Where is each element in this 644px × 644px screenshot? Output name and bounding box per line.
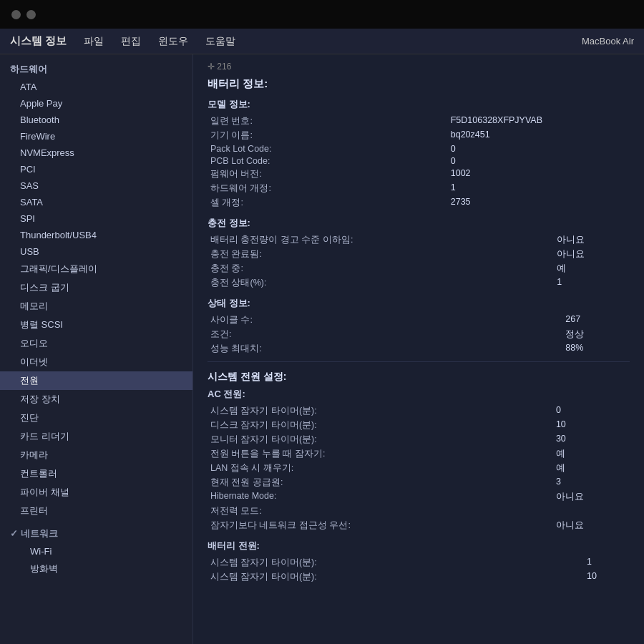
sidebar-item-memory[interactable]: 메모리 — [0, 297, 192, 316]
table-row: 시스템 잠자기 타이머(분):0 — [208, 404, 630, 418]
sidebar-item-wifi[interactable]: Wi-Fi — [0, 543, 192, 560]
sidebar-item-spi[interactable]: SPI — [0, 210, 192, 227]
battery-power-label: 배터리 전원: — [208, 540, 630, 552]
network-label: 네트워크 — [21, 528, 58, 539]
sidebar-item-sata[interactable]: SATA — [0, 194, 192, 210]
sidebar-item-power[interactable]: 전원 — [0, 371, 192, 390]
model-info-table: 일련 번호:F5D106328XFPJYVAB기기 이름:bq20z451Pac… — [208, 114, 630, 210]
table-row: Hibernate Mode:아니요 — [208, 489, 630, 504]
table-row: 시스템 잠자기 타이머(분):10 — [208, 570, 630, 584]
sidebar-item-graphics[interactable]: 그래픽/디스플레이 — [0, 260, 192, 278]
table-row: 조건:정상 — [208, 327, 630, 341]
scroll-indicator: ✛ 216 — [208, 62, 630, 72]
sidebar-item-controller[interactable]: 컨트롤러 — [0, 464, 192, 483]
table-row: 충전 상태(%):1 — [208, 275, 630, 290]
sidebar-item-printer[interactable]: 프린터 — [0, 502, 192, 520]
sidebar-item-ethernet[interactable]: 이더넷 — [0, 353, 192, 371]
table-row: 하드웨어 개정:1 — [208, 181, 630, 195]
table-row: 셀 개정:2735 — [208, 195, 630, 210]
menu-bar: 시스템 정보 파일 편집 윈도우 도움말 MacBook Air — [0, 29, 644, 54]
sidebar-network-toggle[interactable]: ✓ 네트워크 — [0, 525, 192, 543]
power-settings-title: 시스템 전원 설정: — [208, 371, 630, 384]
status-info-title: 상태 정보: — [208, 297, 630, 310]
ac-fields-table: 시스템 잠자기 타이머(분):0디스크 잠자기 타이머(분):10모니터 잠자기… — [208, 404, 630, 532]
charge-info-title: 충전 정보: — [208, 217, 630, 230]
sidebar-item-ata[interactable]: ATA — [0, 79, 192, 95]
sidebar-item-card-reader[interactable]: 카드 리더기 — [0, 427, 192, 446]
sidebar-item-thunderbolt[interactable]: Thunderbolt/USB4 — [0, 227, 192, 243]
sidebar-item-nvmexpress[interactable]: NVMExpress — [0, 145, 192, 161]
table-row: 충전 중:예 — [208, 261, 630, 275]
table-row: 배터리 충전량이 경고 수준 이하임:아니요 — [208, 233, 630, 247]
window-dot-1[interactable] — [11, 10, 21, 19]
battery-info-title: 배터리 정보: — [208, 77, 630, 91]
sidebar-item-fiber[interactable]: 파이버 채널 — [0, 483, 192, 502]
sidebar-category-hardware: 하드웨어 — [0, 59, 192, 79]
sidebar-item-sas[interactable]: SAS — [0, 177, 192, 194]
sidebar-item-firewire[interactable]: FireWire — [0, 128, 192, 145]
divider-1 — [208, 361, 630, 362]
menu-file[interactable]: 파일 — [84, 35, 104, 48]
sidebar-item-diagnostics[interactable]: 진단 — [0, 409, 192, 427]
menu-system-info[interactable]: 시스템 정보 — [10, 34, 67, 48]
ac-label: AC 전원: — [208, 388, 630, 401]
charge-info-table: 배터리 충전량이 경고 수준 이하임:아니요충전 완료됨:아니요충전 중:예충전… — [208, 233, 630, 290]
table-row: 저전력 모드: — [208, 504, 630, 518]
menu-help[interactable]: 도움말 — [205, 35, 235, 48]
sidebar-item-pci[interactable]: PCI — [0, 161, 192, 177]
window-title: MacBook Air — [582, 36, 634, 47]
table-row: 일련 번호:F5D106328XFPJYVAB — [208, 114, 630, 128]
table-row: 디스크 잠자기 타이머(분):10 — [208, 418, 630, 432]
status-info-table: 사이클 수:267조건:정상성능 최대치:88% — [208, 313, 630, 356]
table-row: 모니터 잠자기 타이머(분):30 — [208, 432, 630, 447]
model-info-title: 모델 정보: — [208, 98, 630, 111]
sidebar-item-parallel-scsi[interactable]: 병렬 SCSI — [0, 316, 192, 334]
main-container: 하드웨어 ATA Apple Pay Bluetooth FireWire NV… — [0, 54, 644, 644]
table-row: 기기 이름:bq20z451 — [208, 128, 630, 142]
table-row: 펌웨어 버전:1002 — [208, 167, 630, 181]
sidebar-item-usb[interactable]: USB — [0, 243, 192, 260]
window-dot-2[interactable] — [26, 10, 36, 19]
table-row: PCB Lot Code:0 — [208, 155, 630, 167]
sidebar-item-camera[interactable]: 카메라 — [0, 446, 192, 464]
table-row: 사이클 수:267 — [208, 313, 630, 327]
window-controls — [11, 10, 36, 19]
table-row: 시스템 잠자기 타이머(분):1 — [208, 555, 630, 570]
table-row: 잠자기보다 네트워크 접근성 우선:아니요 — [208, 518, 630, 532]
battery-power-table: 시스템 잠자기 타이머(분):1시스템 잠자기 타이머(분):10 — [208, 555, 630, 584]
table-row: 충전 완료됨:아니요 — [208, 247, 630, 261]
sidebar-item-bluetooth[interactable]: Bluetooth — [0, 112, 192, 128]
top-bar — [0, 0, 644, 29]
sidebar-item-firewall[interactable]: 방화벽 — [0, 560, 192, 578]
sidebar-item-storage[interactable]: 저장 장치 — [0, 390, 192, 409]
sidebar: 하드웨어 ATA Apple Pay Bluetooth FireWire NV… — [0, 54, 193, 644]
content-panel: ✛ 216 배터리 정보: 모델 정보: 일련 번호:F5D106328XFPJ… — [193, 54, 644, 644]
menu-window[interactable]: 윈도우 — [158, 35, 188, 48]
table-row: 성능 최대치:88% — [208, 341, 630, 356]
table-row: Pack Lot Code:0 — [208, 142, 630, 155]
menu-edit[interactable]: 편집 — [121, 35, 141, 48]
table-row: LAN 접속 시 깨우기:예 — [208, 461, 630, 475]
sidebar-item-applepay[interactable]: Apple Pay — [0, 95, 192, 112]
scroll-value: 216 — [217, 62, 231, 72]
table-row: 전원 버튼을 누를 때 잠자기:예 — [208, 447, 630, 461]
sidebar-item-disc[interactable]: 디스크 굽기 — [0, 278, 192, 297]
sidebar-item-audio[interactable]: 오디오 — [0, 334, 192, 353]
table-row: 현재 전원 공급원:3 — [208, 475, 630, 489]
